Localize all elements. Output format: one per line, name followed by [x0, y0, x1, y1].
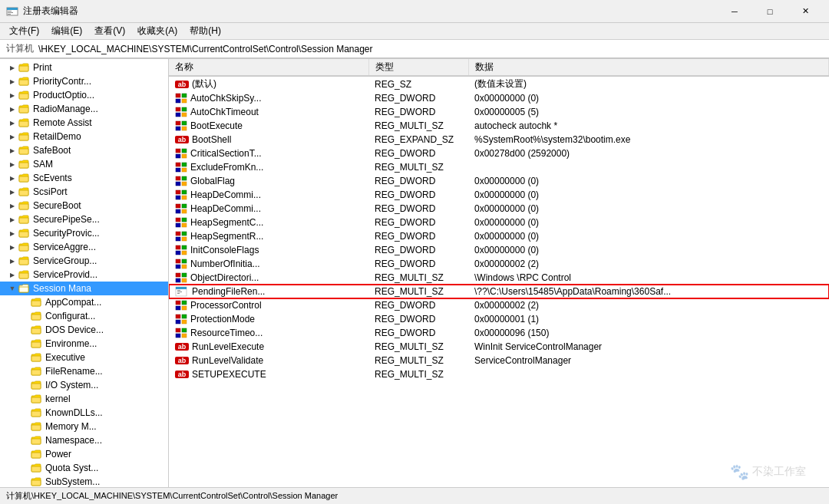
tree-item-SecurePipeSe[interactable]: ▶ SecurePipeSe... [0, 212, 168, 226]
expand-btn-PriorityControl[interactable]: ▶ [6, 75, 18, 87]
table-row[interactable]: PendingFileRen...REG_MULTI_SZ\??\C:\User… [169, 285, 829, 298]
menu-edit[interactable]: 编辑(E) [45, 23, 88, 39]
expand-btn-RetailDemo[interactable]: ▶ [6, 130, 18, 143]
tree-item-SessionMana[interactable]: ▼ Session Mana [0, 282, 168, 295]
table-row[interactable]: HeapDeCommi...REG_DWORD0x00000000 (0) [169, 188, 829, 202]
expand-btn-IOSystem[interactable] [18, 379, 31, 391]
table-row[interactable]: abSETUPEXECUTEREG_MULTI_SZ [169, 367, 829, 381]
expand-btn-SubSystem[interactable] [18, 476, 31, 487]
table-row[interactable]: HeapDeCommi...REG_DWORD0x00000000 (0) [169, 202, 829, 216]
reg-name-0: (默认) [192, 77, 216, 91]
expand-btn-MemoryM[interactable] [18, 420, 31, 433]
table-row[interactable]: abRunLevelValidateREG_MULTI_SZServiceCon… [169, 354, 829, 367]
tree-item-Namespace[interactable]: Namespace... [0, 433, 168, 447]
table-row[interactable]: BootExecuteREG_MULTI_SZautocheck autochk… [169, 119, 829, 133]
tree-item-ProductOptions[interactable]: ▶ ProductOptio... [0, 88, 168, 102]
tree-item-ServiceAggre[interactable]: ▶ ServiceAggre... [0, 240, 168, 254]
tree-item-AppCompat[interactable]: AppCompat... [0, 295, 168, 309]
expand-btn-SAM[interactable]: ▶ [6, 158, 18, 170]
tree-item-RadioManage[interactable]: ▶ RadioManage... [0, 102, 168, 116]
expand-btn-Configuration[interactable] [18, 310, 31, 322]
menu-help[interactable]: 帮助(H) [183, 23, 227, 39]
tree-item-MemoryM[interactable]: Memory M... [0, 420, 168, 433]
table-row[interactable]: ResourceTimeo...REG_DWORD0x00000096 (150… [169, 326, 829, 340]
table-row[interactable]: NumberOfInitia...REG_DWORD0x00000002 (2) [169, 257, 829, 271]
expand-btn-Executive[interactable] [18, 351, 31, 364]
tree-item-RetailDemo[interactable]: ▶ RetailDemo [0, 130, 168, 143]
expand-btn-ScEvents[interactable]: ▶ [6, 172, 18, 184]
expand-btn-Environment[interactable] [18, 338, 31, 350]
tree-item-SecureBoot[interactable]: ▶ SecureBoot [0, 199, 168, 212]
tree-item-PriorityControl[interactable]: ▶ PriorityContr... [0, 74, 168, 88]
tree-item-Configuration[interactable]: Configurat... [0, 309, 168, 323]
table-row[interactable]: ProtectionModeREG_DWORD0x00000001 (1) [169, 312, 829, 326]
expand-btn-SecurePipeSe[interactable]: ▶ [6, 213, 18, 226]
table-row[interactable]: ObjectDirectori...REG_MULTI_SZ\Windows \… [169, 271, 829, 285]
tree-item-kernel[interactable]: kernel [0, 392, 168, 406]
tree-item-SAM[interactable]: ▶ SAM [0, 157, 168, 171]
expand-btn-Power[interactable] [18, 448, 31, 460]
cell-name-12: InitConsoleFlags [169, 243, 368, 257]
tree-item-FileRename[interactable]: FileRename... [0, 364, 168, 378]
multi-icon [175, 328, 187, 338]
expand-btn-RemoteAssist[interactable]: ▶ [6, 117, 18, 129]
table-row[interactable]: ab(默认)REG_SZ(数值未设置) [169, 76, 829, 91]
tree-item-Power[interactable]: Power [0, 447, 168, 461]
menu-view[interactable]: 查看(V) [88, 23, 131, 39]
table-row[interactable]: ProcessorControlREG_DWORD0x00000002 (2) [169, 298, 829, 312]
expand-btn-SessionMana[interactable]: ▼ [6, 282, 18, 295]
tree-item-QuotaSyst[interactable]: Quota Syst... [0, 461, 168, 475]
expand-btn-Print[interactable]: ▶ [6, 61, 18, 74]
expand-btn-Namespace[interactable] [18, 434, 31, 446]
svg-rect-14 [182, 121, 187, 125]
close-button[interactable]: ✕ [788, 0, 823, 23]
minimize-button[interactable]: ─ [717, 0, 752, 23]
table-row[interactable]: GlobalFlagREG_DWORD0x00000000 (0) [169, 174, 829, 188]
table-row[interactable]: AutoChkSkipSy...REG_DWORD0x00000000 (0) [169, 91, 829, 105]
tree-item-IOSystem[interactable]: I/O System... [0, 378, 168, 392]
table-row[interactable]: AutoChkTimeoutREG_DWORD0x00000005 (5) [169, 105, 829, 119]
tree-item-ServiceGroup[interactable]: ▶ ServiceGroup... [0, 254, 168, 268]
tree-item-SafeBoot[interactable]: ▶ SafeBoot [0, 143, 168, 157]
tree-item-SecurityProv[interactable]: ▶ SecurityProvic... [0, 226, 168, 240]
expand-btn-SafeBoot[interactable]: ▶ [6, 144, 18, 156]
svg-rect-37 [176, 218, 180, 222]
expand-btn-ProductOptions[interactable]: ▶ [6, 89, 18, 101]
expand-btn-FileRename[interactable] [18, 365, 31, 377]
cell-type-13: REG_DWORD [368, 257, 468, 271]
expand-btn-KnownDLLs[interactable] [18, 407, 31, 419]
expand-btn-DOSDevices[interactable] [18, 324, 31, 336]
menu-favorites[interactable]: 收藏夹(A) [131, 23, 183, 39]
expand-btn-ScsiPort[interactable]: ▶ [6, 186, 18, 198]
tree-item-DOSDevices[interactable]: DOS Device... [0, 323, 168, 337]
tree-item-SubSystem[interactable]: SubSystem... [0, 475, 168, 487]
table-row[interactable]: InitConsoleFlagsREG_DWORD0x00000000 (0) [169, 243, 829, 257]
table-row[interactable]: abRunLevelExecuteREG_MULTI_SZWinInit Ser… [169, 340, 829, 354]
tree-panel[interactable]: ▶ Print▶ PriorityContr...▶ ProductOptio.… [0, 59, 169, 487]
expand-btn-kernel[interactable] [18, 393, 31, 405]
table-row[interactable]: CriticalSectionT...REG_DWORD0x00278d00 (… [169, 147, 829, 160]
tree-item-ScEvents[interactable]: ▶ ScEvents [0, 171, 168, 185]
expand-btn-SecureBoot[interactable]: ▶ [6, 199, 18, 212]
tree-item-Environment[interactable]: Environme... [0, 337, 168, 351]
tree-item-ScsiPort[interactable]: ▶ ScsiPort [0, 185, 168, 199]
table-row[interactable]: abBootShellREG_EXPAND_SZ%SystemRoot%\sys… [169, 133, 829, 147]
maximize-button[interactable]: □ [752, 0, 788, 23]
expand-btn-AppCompat[interactable] [18, 296, 31, 308]
expand-btn-ServiceProvid[interactable]: ▶ [6, 268, 18, 281]
expand-btn-ServiceAggre[interactable]: ▶ [6, 241, 18, 253]
table-row[interactable]: HeapSegmentR...REG_DWORD0x00000000 (0) [169, 229, 829, 243]
tree-item-Print[interactable]: ▶ Print [0, 61, 168, 74]
table-row[interactable]: ExcludeFromKn...REG_MULTI_SZ [169, 160, 829, 174]
tree-item-Executive[interactable]: Executive [0, 351, 168, 364]
menu-file[interactable]: 文件(F) [3, 23, 45, 39]
tree-item-ServiceProvid[interactable]: ▶ ServiceProvid... [0, 268, 168, 282]
expand-btn-SecurityProv[interactable]: ▶ [6, 227, 18, 239]
table-row[interactable]: HeapSegmentC...REG_DWORD0x00000000 (0) [169, 216, 829, 229]
tree-item-KnownDLLs[interactable]: KnownDLLs... [0, 406, 168, 420]
expand-btn-RadioManage[interactable]: ▶ [6, 103, 18, 115]
tree-item-RemoteAssist[interactable]: ▶ Remote Assist [0, 116, 168, 130]
expand-btn-QuotaSyst[interactable] [18, 462, 31, 474]
svg-rect-15 [176, 127, 180, 130]
expand-btn-ServiceGroup[interactable]: ▶ [6, 255, 18, 267]
